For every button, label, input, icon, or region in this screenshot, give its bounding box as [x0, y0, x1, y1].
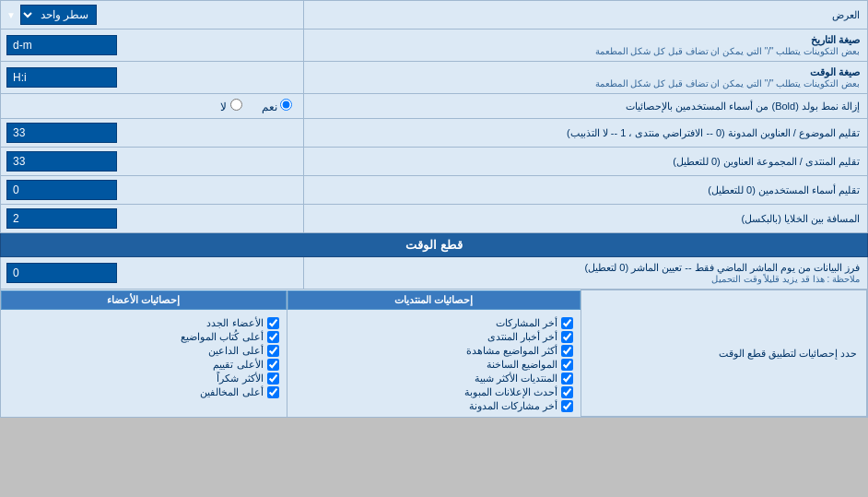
label-time-format: صيغة الوقت بعض التكوينات يتطلب "/" التي … — [304, 62, 868, 94]
label-date-format: صيغة التاريخ بعض التكوينات يتطلب "/" الت… — [304, 30, 868, 62]
input-date-format[interactable] — [1, 30, 304, 62]
trim-users-input[interactable] — [6, 180, 117, 200]
display-select[interactable]: سطر واحد سطرين ثلاثة أسطر — [20, 5, 97, 25]
input-trim-users[interactable] — [1, 176, 304, 205]
limit-label: حدد إحصائيات لتطبيق قطع الوقت — [581, 290, 866, 417]
cell-spacing-input[interactable] — [6, 208, 117, 229]
filter-data-input[interactable] — [6, 263, 117, 283]
label-trim-topic: تقليم الموضوع / العناوين المدونة (0 -- ا… — [304, 119, 868, 148]
input-display[interactable]: سطر واحد سطرين ثلاثة أسطر ▼ — [1, 1, 304, 30]
checkbox-top-inviters[interactable]: أعلى الداعين — [6, 345, 281, 357]
trim-forum-input[interactable] — [6, 151, 117, 172]
checkbox-hot-topics[interactable]: المواضيع الساخنة — [293, 359, 575, 371]
checkbox-new-members[interactable]: الأعضاء الجدد — [6, 317, 281, 329]
bold-remove-options[interactable]: نعم لا — [1, 94, 304, 119]
label-trim-forum: تقليم المنتدى / المجموعة العناوين (0 للت… — [304, 148, 868, 176]
checkbox-top-posters[interactable]: أعلى كُتاب المواضيع — [6, 331, 281, 343]
checkbox-forum-news[interactable]: أخر أخبار المنتدى — [293, 331, 575, 343]
checkbox-blog-posts[interactable]: أخر مشاركات المدونة — [293, 400, 575, 412]
cut-time-section-header: قطع الوقت — [1, 233, 868, 257]
input-cell-spacing[interactable] — [1, 205, 304, 233]
member-stats-col: إحصائيات الأعضاء الأعضاء الجدد أعلى كُتا… — [1, 290, 287, 417]
input-filter-data[interactable] — [1, 257, 304, 290]
label-display: العرض — [304, 1, 868, 30]
trim-topic-input[interactable] — [6, 123, 117, 143]
forum-stats-header: إحصائيات المنتديات — [287, 290, 581, 310]
checkbox-top-rated[interactable]: الأعلى تقييم — [6, 359, 281, 371]
label-cell-spacing: المسافة بين الخلايا (بالبكسل) — [304, 205, 868, 233]
checkbox-last-posts[interactable]: أخر المشاركات — [293, 317, 575, 329]
input-trim-forum[interactable] — [1, 148, 304, 176]
date-format-input[interactable] — [6, 35, 117, 55]
label-trim-users: تقليم أسماء المستخدمين (0 للتعطيل) — [304, 176, 868, 205]
checkbox-popular-forums[interactable]: المنتديات الأكثر شبية — [293, 373, 575, 385]
label-bold-remove: إزالة نمط بولد (Bold) من أسماء المستخدمي… — [304, 94, 868, 119]
input-trim-topic[interactable] — [1, 119, 304, 148]
radio-yes[interactable] — [280, 99, 292, 111]
checkbox-most-viewed[interactable]: أكثر المواضيع مشاهدة — [293, 345, 575, 357]
label-filter-data: فرز البيانات من يوم الماشر الماضي فقط --… — [304, 257, 868, 290]
checkbox-classified-ads[interactable]: أحدث الإعلانات المبوبة — [293, 386, 575, 398]
forum-stats-col: إحصائيات المنتديات أخر المشاركات أخر أخب… — [287, 290, 581, 417]
input-time-format[interactable] — [1, 62, 304, 94]
time-format-input[interactable] — [6, 67, 117, 88]
radio-no[interactable] — [230, 99, 242, 111]
checkbox-top-violations[interactable]: أعلى المخالفين — [6, 386, 281, 398]
member-stats-header: إحصائيات الأعضاء — [1, 290, 287, 310]
checkbox-most-thanked[interactable]: الأكثر شكراً — [6, 373, 281, 385]
